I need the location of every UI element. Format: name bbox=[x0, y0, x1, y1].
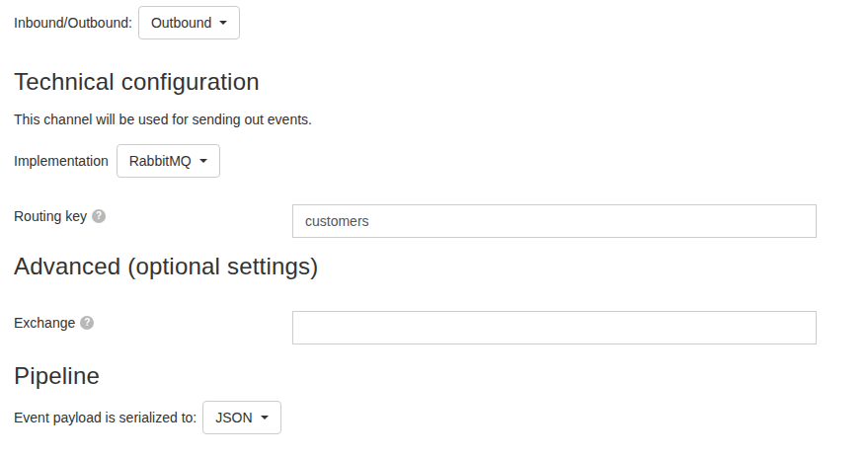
routing-key-label-col: Routing key ? bbox=[14, 204, 292, 224]
exchange-row: Exchange ? bbox=[14, 311, 868, 344]
direction-dropdown-value: Outbound bbox=[151, 16, 212, 30]
direction-row: Inbound/Outbound: Outbound bbox=[14, 6, 868, 39]
serialization-label: Event payload is serialized to: bbox=[14, 410, 197, 425]
routing-key-input[interactable] bbox=[292, 204, 817, 238]
caret-down-icon bbox=[219, 21, 227, 25]
exchange-label: Exchange bbox=[14, 315, 75, 331]
routing-key-row: Routing key ? bbox=[14, 204, 868, 238]
channel-config-form: Inbound/Outbound: Outbound Technical con… bbox=[0, 6, 868, 458]
help-icon[interactable]: ? bbox=[80, 316, 94, 330]
advanced-settings-heading: Advanced (optional settings) bbox=[14, 254, 868, 279]
help-icon[interactable]: ? bbox=[92, 209, 106, 223]
implementation-row: Implementation RabbitMQ bbox=[14, 144, 868, 178]
caret-down-icon bbox=[261, 416, 269, 420]
direction-dropdown[interactable]: Outbound bbox=[138, 6, 241, 39]
technical-configuration-description: This channel will be used for sending ou… bbox=[14, 110, 868, 129]
implementation-dropdown[interactable]: RabbitMQ bbox=[117, 144, 220, 178]
implementation-label: Implementation bbox=[14, 153, 109, 169]
technical-configuration-heading: Technical configuration bbox=[14, 69, 868, 95]
implementation-dropdown-value: RabbitMQ bbox=[129, 154, 192, 168]
serialization-row: Event payload is serialized to: JSON bbox=[14, 401, 868, 434]
pipeline-heading: Pipeline bbox=[14, 363, 868, 389]
routing-key-label: Routing key bbox=[14, 208, 87, 224]
serialization-dropdown[interactable]: JSON bbox=[202, 401, 280, 434]
exchange-label-col: Exchange ? bbox=[14, 311, 292, 331]
caret-down-icon bbox=[199, 159, 207, 163]
serialization-dropdown-value: JSON bbox=[215, 411, 252, 424]
direction-label: Inbound/Outbound: bbox=[14, 15, 132, 31]
exchange-input[interactable] bbox=[292, 311, 817, 344]
